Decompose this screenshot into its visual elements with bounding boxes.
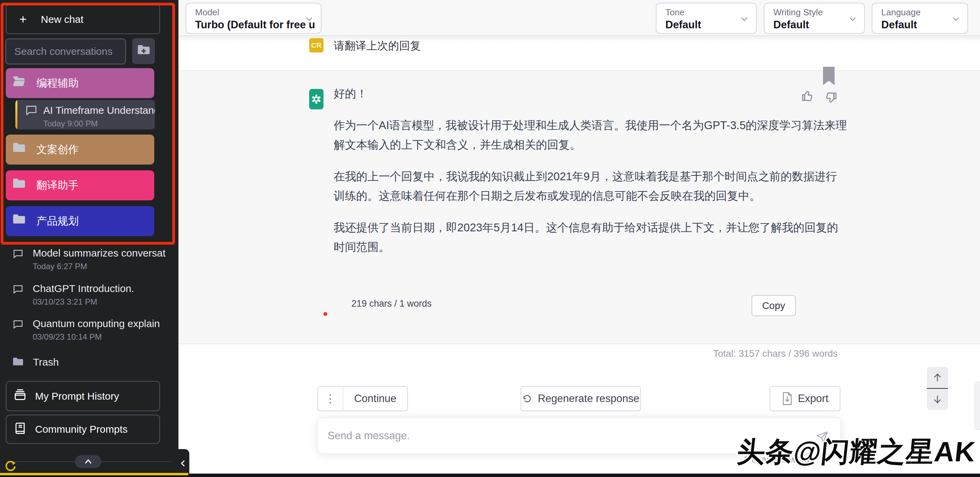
folder-label: 翻译助手 xyxy=(37,178,79,193)
user-message-row: CR 请翻译上次的回复 xyxy=(178,36,980,70)
writing-style-dropdown[interactable]: Writing Style Default xyxy=(764,3,865,34)
trash-label: Trash xyxy=(33,356,59,368)
writing-style-dropdown-value: Default xyxy=(773,19,809,31)
my-prompt-history-button[interactable]: My Prompt History xyxy=(6,381,160,411)
folder-label: 产品规划 xyxy=(37,214,79,228)
book-icon xyxy=(14,422,26,437)
chevron-down-icon xyxy=(304,14,315,24)
sidebar-folder-translation[interactable]: 翻译助手 xyxy=(6,171,154,200)
sidebar-folder-coding[interactable]: 编程辅助 xyxy=(6,68,154,98)
export-label: Export xyxy=(798,392,829,405)
arrow-up-icon xyxy=(932,372,943,383)
new-chat-button[interactable]: + New chat xyxy=(6,5,160,34)
selected-accent-bar xyxy=(15,100,18,129)
assistant-message-row: 好的！ 作为一个AI语言模型，我被设计用于处理和生成人类语言。我使用一个名为GP… xyxy=(178,70,980,344)
assistant-paragraph: 我还提供了当前日期，即2023年5月14日。这个信息有助于给对话提供上下文，并让… xyxy=(334,218,848,257)
chat-title: Model summarizes conversat xyxy=(33,247,165,259)
assistant-paragraph: 作为一个AI语言模型，我被设计用于处理和生成人类语言。我使用一个名为GPT-3.… xyxy=(334,115,848,154)
conversation-total-count: Total: 3157 chars / 396 words xyxy=(713,348,838,359)
community-prompts-button[interactable]: Community Prompts xyxy=(6,415,160,444)
sidebar: + New chat 编程辅助 AI Timeframe Underst xyxy=(0,0,178,477)
language-dropdown-label: Language xyxy=(881,7,921,18)
side-panel-handle[interactable] xyxy=(975,381,980,430)
chat-time: 03/10/23 3:21 PM xyxy=(33,297,134,307)
chat-time: Today 9:00 PM xyxy=(43,119,155,128)
tone-dropdown[interactable]: Tone Default xyxy=(656,3,757,34)
export-document-icon xyxy=(781,392,793,405)
scroll-to-top-button[interactable] xyxy=(927,367,948,388)
chat-bubble-icon xyxy=(25,105,37,128)
language-dropdown[interactable]: Language Default xyxy=(872,3,968,34)
plus-icon: + xyxy=(19,12,27,27)
thumbs-down-icon[interactable] xyxy=(823,91,838,105)
community-prompts-label: Community Prompts xyxy=(35,423,128,435)
chat-title: AI Timeframe Understandi xyxy=(43,105,155,116)
new-folder-button[interactable] xyxy=(132,38,155,64)
chatgpt-avatar xyxy=(309,89,323,109)
sidebar-folder-product-planning[interactable]: 产品规划 xyxy=(6,206,154,236)
folder-label: 文案创作 xyxy=(37,142,79,157)
chevron-down-icon xyxy=(739,14,750,24)
chevron-down-icon xyxy=(950,14,961,24)
scroll-to-bottom-button[interactable] xyxy=(927,389,948,410)
collapse-footer-button[interactable] xyxy=(75,455,102,468)
sync-progress-bar xyxy=(0,473,188,475)
arrow-down-icon xyxy=(932,394,943,405)
folder-icon xyxy=(13,213,25,229)
sidebar-chat-item[interactable]: Quantum computing explain 03/09/23 10:14… xyxy=(13,318,160,342)
cursor-dot xyxy=(323,312,327,316)
regenerate-icon xyxy=(522,394,532,404)
chat-title: Quantum computing explain xyxy=(33,318,160,329)
copy-button[interactable]: Copy xyxy=(751,295,796,316)
message-input[interactable] xyxy=(328,418,797,453)
folder-icon xyxy=(13,142,25,157)
chevron-down-icon xyxy=(847,14,858,24)
sync-refresh-icon[interactable] xyxy=(5,461,16,474)
assistant-paragraph: 好的！ xyxy=(334,84,848,103)
language-dropdown-value: Default xyxy=(881,19,917,31)
writing-style-dropdown-label: Writing Style xyxy=(773,7,822,18)
continue-label: Continue xyxy=(343,392,407,405)
folder-label: 编程辅助 xyxy=(37,76,79,90)
regenerate-response-button[interactable]: Regenerate response xyxy=(521,386,641,411)
model-dropdown[interactable]: Model Turbo (Default for free u xyxy=(186,3,321,34)
tone-dropdown-label: Tone xyxy=(665,7,684,18)
continue-button[interactable]: ⋮ Continue xyxy=(317,386,408,411)
chat-bubble-icon xyxy=(13,319,23,329)
user-message-text: 请翻译上次的回复 xyxy=(334,38,421,54)
export-button[interactable]: Export xyxy=(770,386,840,411)
topbar-shadow xyxy=(178,36,980,41)
chevron-left-icon xyxy=(178,459,188,468)
kebab-menu-icon[interactable]: ⋮ xyxy=(318,387,343,410)
bookmark-icon[interactable] xyxy=(823,67,835,86)
prompt-history-icon xyxy=(14,389,26,404)
sidebar-folder-copywriting[interactable]: 文案创作 xyxy=(6,135,154,164)
feedback-buttons xyxy=(801,89,838,105)
openai-logo-icon xyxy=(310,93,322,105)
sidebar-chat-item[interactable]: Model summarizes conversat Today 6:27 PM xyxy=(13,247,165,271)
new-chat-label: New chat xyxy=(41,14,83,25)
sidebar-chat-item[interactable]: ChatGPT Introduction. 03/10/23 3:21 PM xyxy=(13,283,134,307)
model-dropdown-value: Turbo (Default for free u xyxy=(195,19,315,31)
tone-dropdown-value: Default xyxy=(665,19,701,31)
chat-time: Today 6:27 PM xyxy=(33,262,165,271)
search-input[interactable] xyxy=(5,38,126,64)
message-char-count: 219 chars / 1 words xyxy=(352,298,432,309)
user-avatar: CR xyxy=(309,38,323,53)
chat-title: ChatGPT Introduction. xyxy=(33,283,134,294)
sidebar-chat-selected[interactable]: AI Timeframe Understandi Today 9:00 PM xyxy=(15,100,155,129)
folder-icon xyxy=(13,177,25,193)
folder-open-icon xyxy=(13,75,25,91)
chat-time: 03/09/23 10:14 PM xyxy=(33,332,160,342)
folder-plus-icon xyxy=(137,44,150,58)
watermark-text: 头条@闪耀之星AK xyxy=(735,433,977,471)
chat-bubble-icon xyxy=(13,284,23,294)
app-window: + New chat 编程辅助 AI Timeframe Underst xyxy=(0,0,980,477)
regenerate-label: Regenerate response xyxy=(538,392,639,405)
model-dropdown-label: Model xyxy=(195,7,219,18)
thumbs-up-icon[interactable] xyxy=(801,89,815,103)
sidebar-item-trash[interactable]: Trash xyxy=(13,356,59,368)
chat-bubble-icon xyxy=(13,249,23,259)
my-prompt-history-label: My Prompt History xyxy=(35,391,119,402)
chevron-up-icon xyxy=(83,456,93,467)
